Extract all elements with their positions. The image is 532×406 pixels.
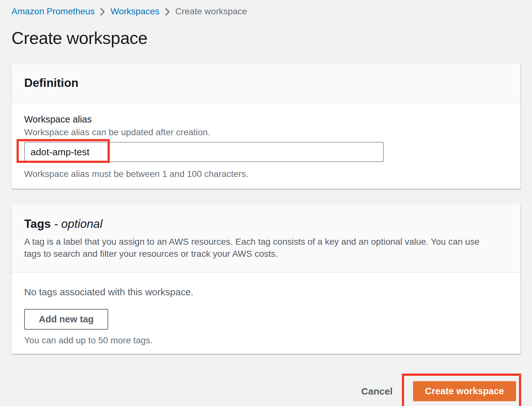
- tags-card-body: No tags associated with this workspace. …: [11, 273, 521, 354]
- add-new-tag-button[interactable]: Add new tag: [24, 309, 108, 330]
- breadcrumb-chevron-icon: [100, 7, 105, 17]
- workspace-alias-description: Workspace alias can be updated after cre…: [24, 127, 508, 138]
- workspace-alias-label: Workspace alias: [24, 113, 508, 125]
- definition-card-body: Workspace alias Workspace alias can be u…: [11, 103, 521, 189]
- breadcrumb-chevron-icon: [164, 7, 170, 17]
- tags-heading-optional: - optional: [54, 217, 102, 230]
- tags-heading-title: Tags: [24, 217, 51, 230]
- workspace-alias-constraint: Workspace alias must be between 1 and 10…: [24, 168, 508, 180]
- cancel-button[interactable]: Cancel: [359, 386, 394, 397]
- page-title: Create workspace: [11, 28, 521, 48]
- breadcrumb-link-workspaces[interactable]: Workspaces: [110, 6, 159, 17]
- definition-card-header: Definition: [11, 64, 521, 103]
- page-root: Amazon Prometheus Workspaces Create work…: [0, 0, 532, 401]
- tags-empty-text: No tags associated with this workspace.: [24, 286, 508, 298]
- create-workspace-button[interactable]: Create workspace: [413, 381, 516, 401]
- tags-card-header: Tags - optional A tag is a label that yo…: [11, 205, 521, 273]
- workspace-alias-input[interactable]: [24, 142, 384, 162]
- tags-limit-text: You can add up to 50 more tags.: [24, 335, 508, 346]
- tags-description: A tag is a label that you assign to an A…: [24, 236, 489, 260]
- breadcrumb: Amazon Prometheus Workspaces Create work…: [11, 6, 521, 17]
- footer-actions: Cancel Create workspace: [11, 381, 521, 401]
- breadcrumb-link-amazon-prometheus[interactable]: Amazon Prometheus: [11, 6, 94, 17]
- definition-heading: Definition: [24, 76, 508, 90]
- definition-card: Definition Workspace alias Workspace ali…: [11, 64, 521, 189]
- submit-wrap: Create workspace: [413, 381, 516, 401]
- workspace-alias-input-wrap: [24, 142, 384, 162]
- breadcrumb-current: Create workspace: [175, 6, 247, 17]
- tags-card: Tags - optional A tag is a label that yo…: [11, 205, 521, 354]
- tags-heading: Tags - optional: [24, 217, 508, 231]
